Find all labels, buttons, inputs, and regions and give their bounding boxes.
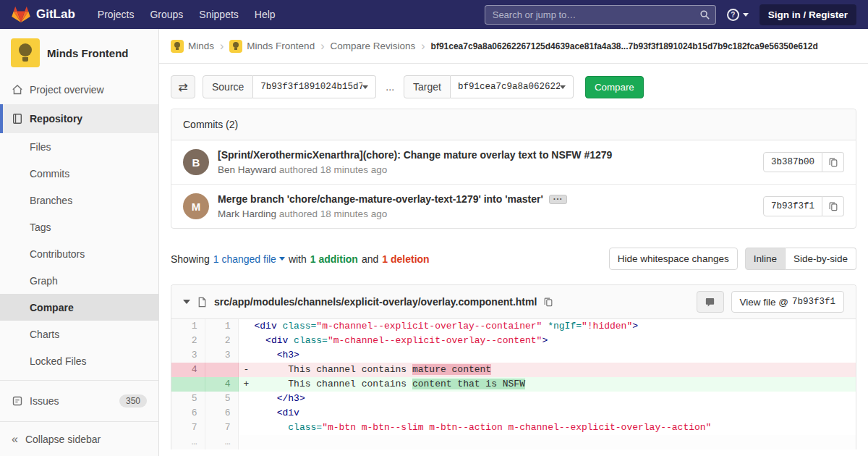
target-ref-dropdown[interactable]: bf91cea7c9a8a0626226… bbox=[451, 75, 574, 98]
swap-arrows-icon: ⇄ bbox=[178, 80, 187, 94]
old-line-number[interactable]: 6 bbox=[171, 406, 205, 421]
sidebar-item-label: Project overview bbox=[30, 84, 104, 96]
swap-revisions-button[interactable]: ⇄ bbox=[171, 75, 195, 98]
copy-file-path-button[interactable] bbox=[543, 297, 553, 307]
commit-title-link[interactable]: Merge branch 'chore/change-mature-overla… bbox=[218, 193, 752, 205]
nav-item-groups[interactable]: Groups bbox=[142, 0, 191, 29]
sign-in-register-button[interactable]: Sign in / Register bbox=[760, 4, 856, 25]
old-line-number[interactable]: 7 bbox=[171, 421, 205, 435]
file-diff-header: src/app/modules/channels/explicit-overla… bbox=[171, 285, 856, 319]
file-path-link[interactable]: src/app/modules/channels/explicit-overla… bbox=[214, 296, 537, 308]
commit-meta-text: authored 18 minutes ago bbox=[279, 164, 387, 175]
commit-author-link[interactable]: Ben Hayward bbox=[218, 164, 276, 175]
old-line-number[interactable]: 4 bbox=[171, 363, 205, 377]
new-line-number[interactable] bbox=[205, 363, 238, 377]
copy-sha-button[interactable] bbox=[822, 152, 844, 172]
sidebar-item-graph[interactable]: Graph bbox=[0, 267, 158, 294]
diff-line: 6 6 <div bbox=[171, 406, 856, 421]
old-line-number[interactable]: 3 bbox=[171, 348, 205, 363]
minds-group-avatar-icon bbox=[171, 40, 184, 53]
breadcrumb-separator: › bbox=[320, 40, 324, 53]
view-file-button[interactable]: View file @ 7b93f3f1 bbox=[731, 291, 845, 313]
target-label: Target bbox=[404, 75, 451, 98]
repository-icon bbox=[12, 113, 23, 124]
commit-sha-link[interactable]: 3b387b00 bbox=[763, 152, 822, 172]
and-text: and bbox=[362, 253, 378, 265]
avatar[interactable]: M bbox=[183, 193, 209, 219]
changed-files-dropdown[interactable]: 1 changed file bbox=[213, 253, 285, 265]
new-line-number[interactable]: 6 bbox=[205, 406, 238, 421]
commit-sha-link[interactable]: 7b93f3f1 bbox=[763, 196, 822, 216]
inline-view-button[interactable]: Inline bbox=[745, 248, 786, 270]
old-line-number[interactable]: 2 bbox=[171, 334, 205, 348]
new-line-number[interactable]: 4 bbox=[205, 377, 238, 392]
global-search bbox=[485, 5, 716, 25]
clipboard-icon bbox=[828, 201, 838, 211]
sidebar-item-project-overview[interactable]: Project overview bbox=[0, 75, 158, 104]
gitlab-home-link[interactable]: GitLab bbox=[12, 6, 75, 23]
commit-description-expander[interactable]: ... bbox=[549, 195, 567, 204]
expand-line-new[interactable]: … bbox=[205, 435, 238, 449]
source-label: Source bbox=[203, 75, 253, 98]
issues-icon bbox=[12, 395, 23, 407]
hide-whitespace-button[interactable]: Hide whitespace changes bbox=[609, 248, 738, 270]
diff-line-code: <h3> bbox=[238, 348, 856, 363]
sidebar-item-repository[interactable]: Repository bbox=[0, 104, 158, 133]
sidebar-item-tags[interactable]: Tags bbox=[0, 214, 158, 240]
new-line-number[interactable]: 7 bbox=[205, 421, 238, 435]
chevron-down-icon bbox=[560, 85, 566, 89]
nav-item-snippets[interactable]: Snippets bbox=[191, 0, 246, 29]
old-line-number[interactable]: 1 bbox=[171, 319, 205, 334]
breadcrumb-project[interactable]: Minds Frontend bbox=[229, 40, 315, 53]
diff-line-code: <div class="m-channel--explicit-overlay-… bbox=[238, 334, 856, 348]
side-by-side-view-button[interactable]: Side-by-side bbox=[786, 248, 856, 270]
sidebar-item-label: Issues bbox=[30, 395, 59, 407]
sidebar-item-locked-files[interactable]: Locked Files bbox=[0, 347, 158, 374]
file-diff-panel: src/app/modules/channels/explicit-overla… bbox=[171, 284, 856, 449]
new-line-number[interactable]: 1 bbox=[205, 319, 238, 334]
diff-stats-bar: Showing 1 changed file with 1 addition a… bbox=[159, 229, 868, 270]
sidebar-item-compare[interactable]: Compare bbox=[0, 294, 158, 321]
old-line-number[interactable]: 5 bbox=[171, 392, 205, 406]
avatar[interactable]: B bbox=[183, 149, 209, 175]
sidebar-item-issues[interactable]: Issues 350 bbox=[0, 387, 158, 415]
collapse-sidebar-button[interactable]: « Collapse sidebar bbox=[0, 421, 158, 456]
project-avatar-icon bbox=[229, 40, 242, 53]
compare-button[interactable]: Compare bbox=[585, 76, 644, 98]
main-content: Minds › Minds Frontend › Compare Revisio… bbox=[159, 0, 868, 449]
old-line-number[interactable] bbox=[171, 377, 205, 392]
view-file-sha: 7b93f3f1 bbox=[792, 297, 835, 307]
search-input[interactable] bbox=[485, 5, 716, 25]
project-context-header[interactable]: Minds Frontend bbox=[0, 29, 158, 75]
toggle-comments-button[interactable] bbox=[697, 291, 724, 313]
sidebar-item-files[interactable]: Files bbox=[0, 133, 158, 160]
active-section-indicator bbox=[0, 104, 3, 133]
help-dropdown[interactable]: ? bbox=[727, 9, 749, 21]
breadcrumb-compare-revisions[interactable]: Compare Revisions bbox=[330, 41, 415, 51]
source-ref-dropdown[interactable]: 7b93f3f1891024b15d7b… bbox=[253, 75, 376, 98]
diff-line-code: + This channel contains content that is … bbox=[238, 377, 856, 392]
new-line-number[interactable]: 3 bbox=[205, 348, 238, 363]
sidebar-item-contributors[interactable]: Contributors bbox=[0, 240, 158, 267]
commit-title-link[interactable]: [Sprint/XerothermicXenarthra](chore): Ch… bbox=[218, 149, 752, 161]
diff-line-code: <div bbox=[238, 406, 856, 421]
commits-panel: Commits (2) B [Sprint/XerothermicXenarth… bbox=[171, 109, 856, 229]
copy-sha-button[interactable] bbox=[822, 196, 844, 216]
expand-line-old[interactable]: … bbox=[171, 435, 205, 449]
issues-count-badge: 350 bbox=[119, 394, 147, 408]
new-line-number[interactable]: 2 bbox=[205, 334, 238, 348]
collapse-file-chevron-icon[interactable] bbox=[183, 300, 190, 304]
commit-author-link[interactable]: Mark Harding bbox=[218, 208, 276, 219]
diff-line-code: class="m-btn m-btn--slim m-btn--action m… bbox=[238, 421, 856, 435]
sidebar-item-charts[interactable]: Charts bbox=[0, 321, 158, 347]
sidebar-item-branches[interactable]: Branches bbox=[0, 187, 158, 214]
nav-item-projects[interactable]: Projects bbox=[90, 0, 142, 29]
sidebar-item-commits[interactable]: Commits bbox=[0, 160, 158, 187]
nav-item-help[interactable]: Help bbox=[247, 0, 284, 29]
diff-line-code: - This channel contains mature content bbox=[238, 363, 856, 377]
diff-line-code bbox=[238, 435, 856, 449]
commit-meta-text: authored 18 minutes ago bbox=[279, 208, 387, 219]
new-line-number[interactable]: 5 bbox=[205, 392, 238, 406]
breadcrumb-minds[interactable]: Minds bbox=[171, 40, 214, 53]
gitlab-wordmark: GitLab bbox=[36, 7, 75, 22]
